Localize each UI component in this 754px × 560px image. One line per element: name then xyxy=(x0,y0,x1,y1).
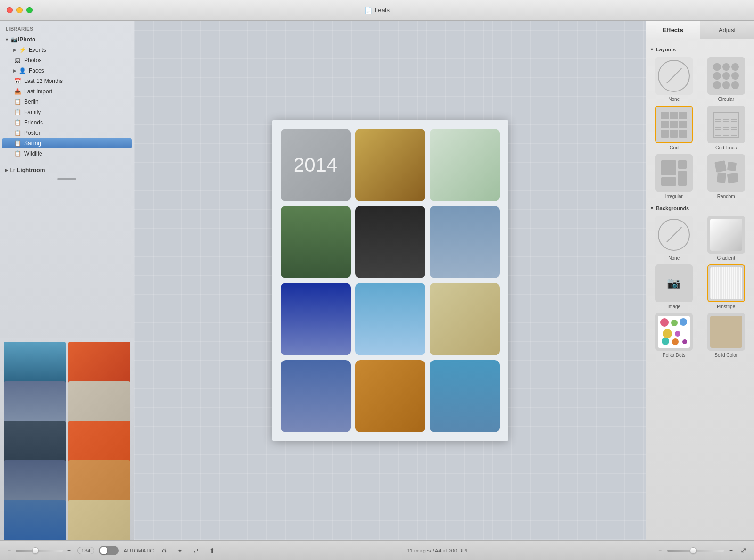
bg-pinstripe[interactable]: Pinstripe xyxy=(702,264,751,309)
bg-solidcolor[interactable]: Solid Color xyxy=(702,313,751,358)
photo-cell-seacliff[interactable] xyxy=(430,360,500,433)
auto-toggle[interactable] xyxy=(99,546,119,555)
bg-gradient-thumb[interactable] xyxy=(707,216,745,254)
sidebar-item-photos[interactable]: 🖼 Photos xyxy=(2,55,132,66)
zoom-slider-thumb[interactable] xyxy=(32,547,39,554)
zoom-out-right-button[interactable]: − xyxy=(656,546,664,555)
sidebar-item-wildlife[interactable]: 📋 Wildlife xyxy=(2,148,132,159)
layout-grid-thumb[interactable] xyxy=(655,106,693,143)
family-icon: 📋 xyxy=(13,108,22,116)
photo-cell-blur[interactable] xyxy=(430,283,500,355)
berlin-label: Berlin xyxy=(24,99,39,105)
close-button[interactable] xyxy=(7,7,13,13)
zoom-out-button[interactable]: − xyxy=(6,546,13,555)
wand-button[interactable]: ✦ xyxy=(174,545,186,556)
bg-gradient[interactable]: Gradient xyxy=(702,216,751,261)
backgrounds-section-header[interactable]: ▼ Backgrounds xyxy=(650,206,750,211)
dot7 xyxy=(672,338,679,345)
layout-irregular-thumb[interactable] xyxy=(655,154,693,192)
poster-label: Poster xyxy=(24,130,41,136)
sidebar-item-lastimport[interactable]: 📥 Last Import xyxy=(2,86,132,97)
thumbnail-strip xyxy=(0,338,134,540)
wildlife-icon: 📋 xyxy=(13,150,22,157)
sidebar-resize-handle[interactable] xyxy=(57,178,76,180)
photo-cell-coast[interactable] xyxy=(430,206,500,279)
thumb-1[interactable] xyxy=(4,342,66,386)
zoom-slider[interactable] xyxy=(16,550,63,552)
tab-effects[interactable]: Effects xyxy=(646,21,700,39)
layout-none-thumb[interactable] xyxy=(655,57,693,95)
irr-3 xyxy=(678,171,687,186)
right-panel: Effects Adjust ▼ Layouts xyxy=(646,21,754,540)
thumb-4[interactable] xyxy=(68,381,130,426)
photo-cell-sunset[interactable] xyxy=(281,283,351,355)
window-controls[interactable] xyxy=(7,7,33,13)
sidebar-item-sailing[interactable]: 📋 Sailing xyxy=(2,138,132,148)
bg-solidcolor-thumb[interactable] xyxy=(707,313,745,351)
zoom-slider-right[interactable] xyxy=(667,550,724,552)
thumb-10[interactable] xyxy=(68,500,130,540)
bg-none[interactable]: None xyxy=(650,216,698,261)
thumb-2[interactable] xyxy=(68,342,130,386)
zoom-slider-right-thumb[interactable] xyxy=(690,547,697,554)
layout-grid[interactable]: Grid xyxy=(650,106,698,150)
sidebar-item-friends[interactable]: 📋 Friends xyxy=(2,117,132,128)
thumb-3[interactable] xyxy=(4,381,66,426)
events-icon: ⚡ xyxy=(18,46,26,54)
photo-cell-lake[interactable] xyxy=(281,206,351,279)
photo-cell-highway[interactable] xyxy=(355,129,425,201)
sidebar-item-poster[interactable]: 📋 Poster xyxy=(2,128,132,138)
sidebar-item-events[interactable]: ▶ ⚡ Events xyxy=(2,45,132,55)
settings-button[interactable]: ⚙ xyxy=(158,545,170,556)
bg-pinstripe-thumb[interactable] xyxy=(707,264,745,302)
photo-cell-runner[interactable] xyxy=(430,129,500,201)
layout-circular-thumb[interactable] xyxy=(707,57,745,95)
layout-random-thumb[interactable] xyxy=(707,154,745,192)
layout-irregular[interactable]: Irregular xyxy=(650,154,698,199)
sidebar-section-lightroom[interactable]: ▶ Lr Lightroom xyxy=(2,165,132,175)
polkadots-preview xyxy=(658,316,690,348)
bg-image[interactable]: 📷 Image xyxy=(650,264,698,309)
rand-4 xyxy=(727,173,738,184)
sidebar-item-berlin[interactable]: 📋 Berlin xyxy=(2,97,132,107)
irr-2 xyxy=(678,160,687,169)
zoom-in-button[interactable]: + xyxy=(66,546,73,555)
photo-cell-antenna[interactable] xyxy=(355,283,425,355)
ci-8 xyxy=(722,81,730,89)
sidebar-item-family[interactable]: 📋 Family xyxy=(2,107,132,117)
zoom-in-right-button[interactable]: + xyxy=(728,546,735,555)
sidebar-section-iphoto[interactable]: ▼ 📷 iPhoto xyxy=(2,34,132,45)
minimize-button[interactable] xyxy=(16,7,23,13)
layouts-section-header[interactable]: ▼ Layouts xyxy=(650,47,750,52)
bg-polkadots-thumb[interactable] xyxy=(655,313,693,351)
tab-adjust[interactable]: Adjust xyxy=(700,21,754,39)
bg-polkadots[interactable]: Polka Dots xyxy=(650,313,698,358)
thumb-8[interactable] xyxy=(68,460,130,504)
photo-cell-church[interactable] xyxy=(281,360,351,433)
sidebar-item-faces[interactable]: ▶ 👤 Faces xyxy=(2,66,132,76)
fullscreen-button[interactable]: ⤢ xyxy=(738,546,748,555)
share-button[interactable]: ⬆ xyxy=(206,545,218,556)
last12months-label: Last 12 Months xyxy=(24,78,63,84)
zoom-slider-group: − + xyxy=(6,546,73,555)
toolbar-bottom: − + 134 AUTOMATIC ⚙ ✦ ⇄ ⬆ 11 images / A4… xyxy=(0,540,754,560)
gli-2 xyxy=(723,114,729,120)
ci-2 xyxy=(722,63,730,71)
layout-random[interactable]: Random xyxy=(702,154,751,199)
thumb-9[interactable] xyxy=(4,500,66,540)
maximize-button[interactable] xyxy=(26,7,33,13)
bg-none-thumb[interactable] xyxy=(655,216,693,254)
layout-gridlines[interactable]: Grid Lines xyxy=(702,106,751,150)
thumb-7[interactable] xyxy=(4,460,66,504)
last12months-icon: 📅 xyxy=(13,77,22,85)
bg-image-thumb[interactable]: 📷 xyxy=(655,264,693,302)
photo-cell-building[interactable] xyxy=(355,360,425,433)
thumb-5[interactable] xyxy=(4,421,66,465)
photo-cell-dark[interactable] xyxy=(355,206,425,279)
sidebar-item-last12months[interactable]: 📅 Last 12 Months xyxy=(2,76,132,86)
layout-circular[interactable]: Circular xyxy=(702,57,751,102)
layout-none[interactable]: None xyxy=(650,57,698,102)
thumb-6[interactable] xyxy=(68,421,130,465)
shuffle-button[interactable]: ⇄ xyxy=(190,545,202,556)
layout-gridlines-thumb[interactable] xyxy=(707,106,745,143)
